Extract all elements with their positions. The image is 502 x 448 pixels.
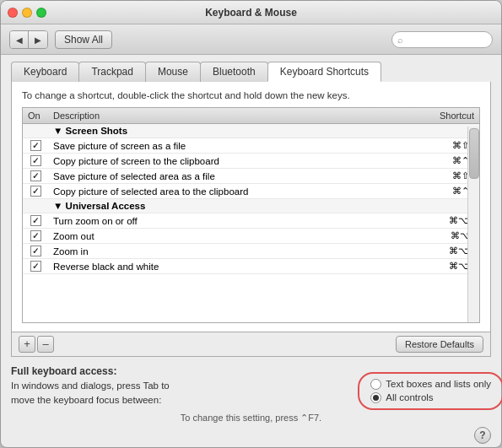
tab-trackpad[interactable]: Trackpad bbox=[78, 62, 146, 82]
description-cell: Copy picture of screen to the clipboard bbox=[48, 154, 378, 169]
shortcut-cell: ⌘⇧3 bbox=[378, 138, 479, 154]
shortcuts-table-wrapper: On Description Shortcut ▼ Screen Shots S… bbox=[22, 107, 480, 323]
table-row: ▼ Universal Access bbox=[23, 199, 479, 213]
instruction-text: To change a shortcut, double-click the s… bbox=[22, 90, 480, 100]
description-cell: Turn zoom on or off bbox=[48, 213, 378, 229]
description-cell: Copy picture of selected area to the cli… bbox=[48, 184, 378, 199]
forward-button[interactable]: ▶ bbox=[29, 31, 47, 49]
scrollbar-thumb[interactable] bbox=[469, 128, 479, 179]
table-row: ▼ Screen Shots bbox=[23, 124, 479, 138]
radio-all-controls-circle[interactable] bbox=[370, 392, 381, 403]
table-row: Zoom out ⌘⌥- bbox=[23, 229, 479, 244]
add-button[interactable]: + bbox=[19, 336, 35, 353]
checkbox-cell[interactable] bbox=[23, 169, 48, 184]
scrollbar[interactable] bbox=[467, 127, 479, 322]
help-button[interactable]: ? bbox=[474, 427, 491, 444]
checkbox[interactable] bbox=[30, 140, 41, 151]
help-area: ? bbox=[11, 427, 491, 444]
tab-bluetooth[interactable]: Bluetooth bbox=[200, 62, 268, 82]
nav-buttons: ◀ ▶ bbox=[9, 30, 48, 49]
radio-text-boxes[interactable]: Text boxes and lists only bbox=[370, 379, 491, 390]
maximize-button[interactable] bbox=[36, 8, 46, 18]
category-label: ▼ Universal Access bbox=[48, 199, 479, 213]
radio-text-boxes-circle[interactable] bbox=[370, 379, 381, 390]
table-row: Save picture of screen as a file ⌘⇧3 bbox=[23, 138, 479, 154]
description-cell: Reverse black and white bbox=[48, 259, 378, 274]
table-row: Turn zoom on or off ⌘⌥8 bbox=[23, 213, 479, 229]
titlebar: Keyboard & Mouse bbox=[1, 1, 501, 24]
shortcut-cell: ⌘⇧4 bbox=[378, 169, 479, 184]
description-cell: Zoom in bbox=[48, 244, 378, 259]
window: Keyboard & Mouse ◀ ▶ Show All ⌕ Keyboard… bbox=[0, 0, 502, 448]
keyboard-access-body: In windows and dialogs, press Tab tomove… bbox=[11, 379, 491, 408]
close-button[interactable] bbox=[8, 8, 18, 18]
restore-defaults-button[interactable]: Restore Defaults bbox=[396, 336, 483, 353]
tab-keyboard-shortcuts[interactable]: Keyboard Shortcuts bbox=[267, 62, 381, 82]
tab-mouse[interactable]: Mouse bbox=[145, 62, 201, 82]
checkbox[interactable] bbox=[30, 230, 41, 241]
description-cell: Save picture of selected area as a file bbox=[48, 169, 378, 184]
keyboard-access-section: Full keyboard access: In windows and dia… bbox=[11, 362, 491, 412]
checkbox-cell[interactable] bbox=[23, 154, 48, 169]
tabs-bar: Keyboard Trackpad Mouse Bluetooth Keyboa… bbox=[1, 55, 501, 82]
remove-button[interactable]: – bbox=[37, 336, 54, 353]
footer-text: To change this setting, press ⌃F7. bbox=[11, 413, 491, 424]
table-row: Copy picture of screen to the clipboard … bbox=[23, 154, 479, 169]
content-area: To change a shortcut, double-click the s… bbox=[11, 82, 491, 332]
description-cell: Zoom out bbox=[48, 229, 378, 244]
checkbox-cell[interactable] bbox=[23, 184, 48, 199]
header-desc: Description bbox=[48, 108, 378, 124]
checkbox-cell[interactable] bbox=[23, 229, 48, 244]
shortcut-cell: ⌘⌃4 bbox=[378, 184, 479, 199]
keyboard-access-description: In windows and dialogs, press Tab tomove… bbox=[11, 379, 362, 408]
header-shortcut: Shortcut bbox=[378, 108, 479, 124]
checkbox[interactable] bbox=[30, 186, 41, 197]
shortcut-cell: ⌘⌥= bbox=[378, 244, 479, 259]
category-checkbox-cell bbox=[23, 199, 48, 213]
search-box: ⌕ bbox=[391, 31, 493, 48]
checkbox[interactable] bbox=[30, 215, 41, 226]
checkbox[interactable] bbox=[30, 170, 41, 181]
description-cell: Save picture of screen as a file bbox=[48, 138, 378, 154]
keyboard-access-title: Full keyboard access: bbox=[11, 365, 491, 377]
icon-buttons: + – bbox=[19, 336, 54, 353]
checkbox[interactable] bbox=[30, 246, 41, 256]
category-label: ▼ Screen Shots bbox=[48, 124, 479, 138]
table-row: Copy picture of selected area to the cli… bbox=[23, 184, 479, 199]
checkbox-cell[interactable] bbox=[23, 244, 48, 259]
traffic-lights bbox=[8, 8, 46, 18]
search-input[interactable] bbox=[406, 35, 487, 45]
radio-all-controls[interactable]: All controls bbox=[370, 392, 491, 403]
window-title: Keyboard & Mouse bbox=[205, 7, 297, 19]
table-row: Save picture of selected area as a file … bbox=[23, 169, 479, 184]
checkbox-cell[interactable] bbox=[23, 138, 48, 154]
checkbox-cell[interactable] bbox=[23, 213, 48, 229]
circle-annotation bbox=[358, 372, 502, 410]
shortcut-cell: ⌘⌥8 bbox=[378, 259, 479, 274]
shortcut-cell: ⌘⌥8 bbox=[378, 213, 479, 229]
checkbox[interactable] bbox=[30, 261, 41, 272]
table-row: Reverse black and white ⌘⌥8 bbox=[23, 259, 479, 274]
checkbox-cell[interactable] bbox=[23, 259, 48, 274]
minimize-button[interactable] bbox=[22, 8, 32, 18]
header-on: On bbox=[23, 108, 48, 124]
shortcuts-table: On Description Shortcut ▼ Screen Shots S… bbox=[23, 108, 479, 274]
back-button[interactable]: ◀ bbox=[10, 31, 29, 49]
bottom-bar: + – Restore Defaults bbox=[11, 332, 491, 357]
category-checkbox-cell bbox=[23, 124, 48, 138]
checkbox[interactable] bbox=[30, 155, 41, 166]
tab-keyboard[interactable]: Keyboard bbox=[11, 62, 79, 82]
search-icon: ⌕ bbox=[397, 35, 403, 45]
table-row: Zoom in ⌘⌥= bbox=[23, 244, 479, 259]
show-all-button[interactable]: Show All bbox=[55, 30, 112, 49]
shortcut-cell: ⌘⌃3 bbox=[378, 154, 479, 169]
shortcut-cell: ⌘⌥- bbox=[378, 229, 479, 244]
radio-options: Text boxes and lists only All controls bbox=[370, 379, 491, 403]
toolbar: ◀ ▶ Show All ⌕ bbox=[1, 24, 501, 55]
